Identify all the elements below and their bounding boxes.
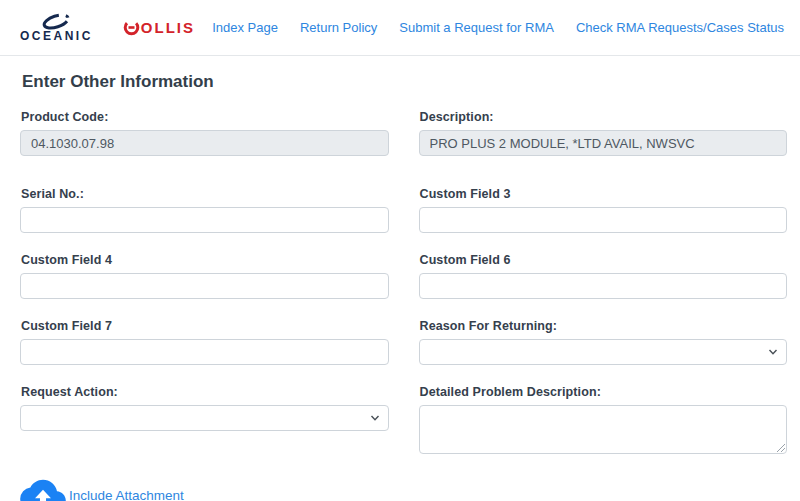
nav-link-return-policy[interactable]: Return Policy [300, 20, 377, 35]
main-content: Enter Other Information Product Code: De… [0, 56, 800, 501]
top-nav: Index Page Return Policy Submit a Reques… [212, 20, 784, 35]
product-code-label: Product Code: [21, 110, 389, 124]
custom-field-3-input[interactable] [419, 207, 788, 233]
request-action-group: Request Action: [20, 385, 389, 454]
serial-no-label: Serial No.: [21, 187, 389, 201]
header: OCEANIC OLLIS Index Page Return Policy S… [0, 0, 800, 56]
chevron-down-icon [370, 413, 380, 423]
request-action-label: Request Action: [21, 385, 389, 399]
custom-field-4-input[interactable] [20, 273, 389, 299]
custom-field-7-group: Custom Field 7 [20, 319, 389, 365]
reason-for-returning-group: Reason For Returning: [419, 319, 788, 365]
nav-link-index-page[interactable]: Index Page [212, 20, 278, 35]
include-attachment-link[interactable]: Include Attachment [69, 488, 184, 501]
attachment-row: Include Attachment [20, 476, 787, 501]
rma-other-info-page: OCEANIC OLLIS Index Page Return Policy S… [0, 0, 800, 501]
reason-for-returning-label: Reason For Returning: [420, 319, 788, 333]
detailed-problem-textarea[interactable] [419, 405, 788, 454]
detailed-problem-group: Detailed Problem Description: [419, 385, 788, 454]
page-title: Enter Other Information [22, 72, 787, 92]
cloud-upload-icon[interactable] [20, 476, 66, 501]
product-code-input [20, 130, 389, 156]
nav-link-check-rma-status[interactable]: Check RMA Requests/Cases Status [576, 20, 784, 35]
custom-field-4-group: Custom Field 4 [20, 253, 389, 299]
custom-field-7-label: Custom Field 7 [21, 319, 389, 333]
logo-group: OCEANIC OLLIS [20, 13, 195, 42]
hollis-h-icon [123, 19, 140, 36]
chevron-down-icon [768, 347, 778, 357]
detailed-problem-label: Detailed Problem Description: [420, 385, 788, 399]
oceanic-logo: OCEANIC [20, 13, 93, 42]
oceanic-swoosh-icon [36, 13, 76, 30]
oceanic-logo-text: OCEANIC [20, 30, 93, 42]
description-field-group: Description: [419, 110, 788, 156]
description-label: Description: [420, 110, 788, 124]
description-input [419, 130, 788, 156]
custom-field-3-group: Custom Field 3 [419, 187, 788, 233]
custom-field-3-label: Custom Field 3 [420, 187, 788, 201]
other-info-form: Product Code: Description: Serial No.: C… [20, 110, 787, 474]
custom-field-4-label: Custom Field 4 [21, 253, 389, 267]
serial-no-input[interactable] [20, 207, 389, 233]
custom-field-6-input[interactable] [419, 273, 788, 299]
nav-link-submit-rma[interactable]: Submit a Request for RMA [399, 20, 554, 35]
custom-field-7-input[interactable] [20, 339, 389, 365]
custom-field-6-label: Custom Field 6 [420, 253, 788, 267]
hollis-logo: OLLIS [123, 19, 195, 36]
request-action-select[interactable] [20, 405, 389, 431]
reason-for-returning-select[interactable] [419, 339, 788, 365]
custom-field-6-group: Custom Field 6 [419, 253, 788, 299]
hollis-logo-text: OLLIS [141, 20, 195, 35]
product-code-field-group: Product Code: [20, 110, 389, 156]
serial-no-field-group: Serial No.: [20, 187, 389, 233]
